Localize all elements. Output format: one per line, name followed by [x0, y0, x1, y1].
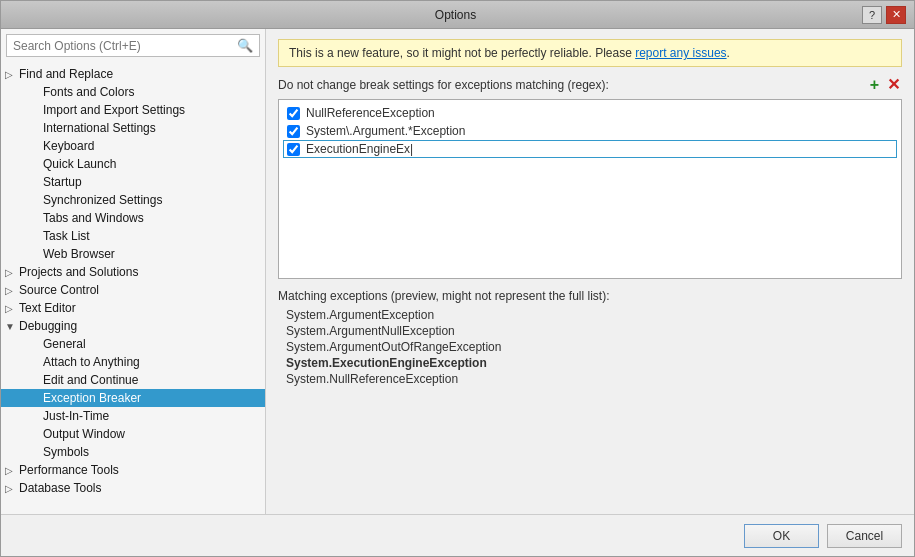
- sidebar-item-label: Keyboard: [43, 139, 261, 153]
- tree-container: ▷ Find and Replace Fonts and Colors Impo…: [1, 61, 265, 514]
- sidebar-item-source-control[interactable]: ▷ Source Control: [1, 281, 265, 299]
- sidebar-item-label: Exception Breaker: [43, 391, 261, 405]
- sidebar-item-label: Text Editor: [19, 301, 76, 315]
- section-label: Do not change break settings for excepti…: [278, 78, 609, 92]
- sidebar-item-label: Synchronized Settings: [43, 193, 261, 207]
- exception-checkbox-3[interactable]: [287, 143, 300, 156]
- sidebar-item-edit-continue[interactable]: Edit and Continue: [1, 371, 265, 389]
- info-banner: This is a new feature, so it might not b…: [278, 39, 902, 67]
- sidebar-item-symbols[interactable]: Symbols: [1, 443, 265, 461]
- exception-row: System\.Argument.*Exception: [283, 122, 897, 140]
- matching-item-4: System.ExecutionEngineException: [286, 355, 902, 371]
- sidebar-item-text-editor[interactable]: ▷ Text Editor: [1, 299, 265, 317]
- options-dialog: Options ? ✕ 🔍 ▷ Find and Replace: [0, 0, 915, 557]
- chevron-down-icon: ▼: [5, 321, 19, 332]
- info-banner-text: This is a new feature, so it might not b…: [289, 46, 635, 60]
- matching-label: Matching exceptions (preview, might not …: [278, 289, 902, 303]
- exception-edit-input[interactable]: [306, 142, 893, 156]
- sidebar-item-import-export[interactable]: Import and Export Settings: [1, 101, 265, 119]
- sidebar-item-label: Edit and Continue: [43, 373, 261, 387]
- sidebar-item-attach-to-anything[interactable]: Attach to Anything: [1, 353, 265, 371]
- right-panel: This is a new feature, so it might not b…: [266, 29, 914, 514]
- sidebar-item-label: Task List: [43, 229, 261, 243]
- title-bar-buttons: ? ✕: [862, 6, 906, 24]
- sidebar-item-exception-breaker[interactable]: Exception Breaker: [1, 389, 265, 407]
- sidebar-item-label: Projects and Solutions: [19, 265, 138, 279]
- sidebar-item-label: Source Control: [19, 283, 99, 297]
- report-issues-link[interactable]: report any issues: [635, 46, 726, 60]
- sidebar-item-startup[interactable]: Startup: [1, 173, 265, 191]
- matching-item-5: System.NullReferenceException: [286, 371, 902, 387]
- exceptions-list: NullReferenceException System\.Argument.…: [278, 99, 902, 279]
- sidebar-item-label: Output Window: [43, 427, 261, 441]
- sidebar-item-projects-solutions[interactable]: ▷ Projects and Solutions: [1, 263, 265, 281]
- sidebar-item-label: Startup: [43, 175, 261, 189]
- chevron-right-icon: ▷: [5, 69, 19, 80]
- bottom-bar: OK Cancel: [1, 514, 914, 556]
- sidebar-item-label: Database Tools: [19, 481, 102, 495]
- sidebar-item-label: International Settings: [43, 121, 261, 135]
- sidebar-item-just-in-time[interactable]: Just-In-Time: [1, 407, 265, 425]
- sidebar-item-synchronized[interactable]: Synchronized Settings: [1, 191, 265, 209]
- matching-item-3: System.ArgumentOutOfRangeException: [286, 339, 902, 355]
- search-input[interactable]: [13, 39, 237, 53]
- help-button[interactable]: ?: [862, 6, 882, 24]
- sidebar-item-general[interactable]: General: [1, 335, 265, 353]
- matching-section: Matching exceptions (preview, might not …: [278, 289, 902, 387]
- exception-text-2: System\.Argument.*Exception: [306, 124, 465, 138]
- chevron-right-icon: ▷: [5, 303, 19, 314]
- sidebar-item-web-browser[interactable]: Web Browser: [1, 245, 265, 263]
- sidebar-item-label: Attach to Anything: [43, 355, 261, 369]
- dialog-title: Options: [49, 8, 862, 22]
- sidebar-item-find-replace[interactable]: ▷ Find and Replace: [1, 65, 265, 83]
- section-actions: + ✕: [868, 77, 902, 93]
- add-exception-button[interactable]: +: [868, 77, 881, 93]
- sidebar-item-label: Debugging: [19, 319, 77, 333]
- info-banner-period: .: [727, 46, 730, 60]
- exception-row: NullReferenceException: [283, 104, 897, 122]
- sidebar-item-debugging[interactable]: ▼ Debugging: [1, 317, 265, 335]
- left-panel: 🔍 ▷ Find and Replace Fonts and Colors Im…: [1, 29, 266, 514]
- sidebar-item-label: Import and Export Settings: [43, 103, 261, 117]
- sidebar-item-label: General: [43, 337, 261, 351]
- section-header: Do not change break settings for excepti…: [278, 77, 902, 93]
- sidebar-item-tabs-windows[interactable]: Tabs and Windows: [1, 209, 265, 227]
- chevron-right-icon: ▷: [5, 267, 19, 278]
- sidebar-item-label: Quick Launch: [43, 157, 261, 171]
- sidebar-item-label: Symbols: [43, 445, 261, 459]
- close-button[interactable]: ✕: [886, 6, 906, 24]
- matching-list: System.ArgumentException System.Argument…: [278, 307, 902, 387]
- remove-exception-button[interactable]: ✕: [885, 77, 902, 93]
- sidebar-item-database-tools[interactable]: ▷ Database Tools: [1, 479, 265, 497]
- sidebar-item-output-window[interactable]: Output Window: [1, 425, 265, 443]
- ok-button[interactable]: OK: [744, 524, 819, 548]
- sidebar-item-performance-tools[interactable]: ▷ Performance Tools: [1, 461, 265, 479]
- dialog-body: 🔍 ▷ Find and Replace Fonts and Colors Im…: [1, 29, 914, 514]
- chevron-right-icon: ▷: [5, 465, 19, 476]
- matching-item-1: System.ArgumentException: [286, 307, 902, 323]
- sidebar-item-task-list[interactable]: Task List: [1, 227, 265, 245]
- sidebar-item-label: Performance Tools: [19, 463, 119, 477]
- sidebar-item-fonts-colors[interactable]: Fonts and Colors: [1, 83, 265, 101]
- sidebar-item-label: Fonts and Colors: [43, 85, 261, 99]
- sidebar-item-label: Web Browser: [43, 247, 261, 261]
- sidebar-item-label: Just-In-Time: [43, 409, 261, 423]
- exception-text-1: NullReferenceException: [306, 106, 435, 120]
- exception-checkbox-1[interactable]: [287, 107, 300, 120]
- search-container: 🔍: [6, 34, 260, 57]
- sidebar-item-keyboard[interactable]: Keyboard: [1, 137, 265, 155]
- chevron-right-icon: ▷: [5, 483, 19, 494]
- sidebar-item-label: Find and Replace: [19, 67, 113, 81]
- sidebar-item-label: Tabs and Windows: [43, 211, 261, 225]
- cancel-button[interactable]: Cancel: [827, 524, 902, 548]
- sidebar-item-international[interactable]: International Settings: [1, 119, 265, 137]
- title-bar: Options ? ✕: [1, 1, 914, 29]
- exception-row-editing: [283, 140, 897, 158]
- matching-item-2: System.ArgumentNullException: [286, 323, 902, 339]
- sidebar-item-quick-launch[interactable]: Quick Launch: [1, 155, 265, 173]
- chevron-right-icon: ▷: [5, 285, 19, 296]
- search-icon: 🔍: [237, 38, 253, 53]
- exception-checkbox-2[interactable]: [287, 125, 300, 138]
